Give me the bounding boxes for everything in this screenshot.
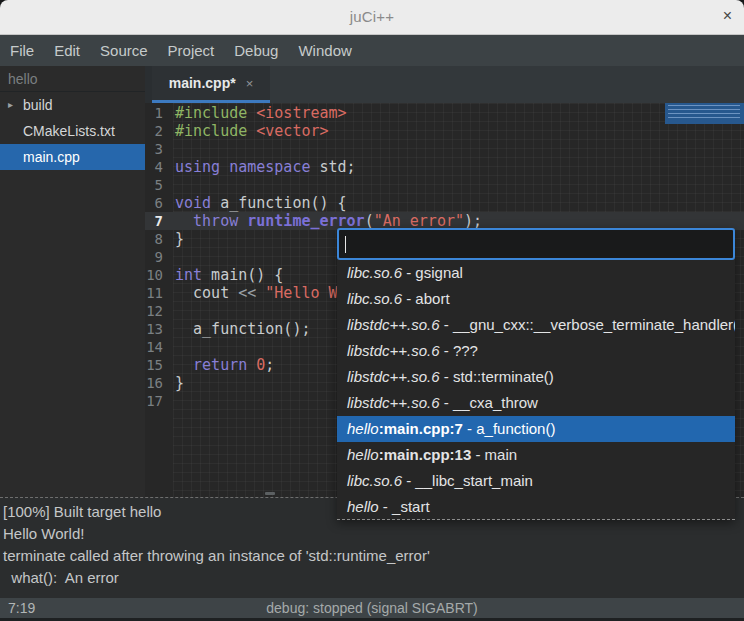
token bbox=[175, 212, 193, 230]
code-line-6[interactable]: 6void a_function() { bbox=[145, 194, 744, 212]
line-number: 10 bbox=[145, 266, 173, 284]
frame-filter-input[interactable] bbox=[337, 228, 735, 260]
expander-icon[interactable]: ▸ bbox=[8, 92, 13, 118]
stack-frame-item[interactable]: hello - _start bbox=[337, 494, 735, 520]
token: return bbox=[193, 356, 247, 374]
code-text: void a_function() { bbox=[173, 194, 347, 212]
project-sidebar: hello ▸buildCMakeLists.txtmain.cpp bbox=[0, 66, 145, 497]
tree-item-main-cpp[interactable]: main.cpp bbox=[0, 144, 145, 170]
token bbox=[256, 284, 265, 302]
token: << bbox=[238, 284, 256, 302]
menu-file[interactable]: File bbox=[0, 35, 44, 66]
token: <vector> bbox=[256, 122, 328, 140]
app-window: juCi++ × FileEditSourceProjectDebugWindo… bbox=[0, 0, 744, 621]
token: std; bbox=[310, 158, 355, 176]
pane-resize-grip[interactable] bbox=[265, 492, 275, 495]
token: "Hello W bbox=[265, 284, 337, 302]
token bbox=[175, 356, 193, 374]
code-text: } bbox=[173, 374, 184, 392]
frame-segment: - abort bbox=[402, 290, 450, 307]
tree-item-cmakelists-txt[interactable]: CMakeLists.txt bbox=[0, 118, 145, 144]
window-title: juCi++ bbox=[0, 8, 744, 25]
frame-segment: - ??? bbox=[440, 342, 478, 359]
code-text: #include <iostream> bbox=[173, 104, 347, 122]
statusbar: 7:19 debug: stopped (signal SIGABRT) bbox=[0, 598, 744, 618]
line-number: 5 bbox=[145, 176, 173, 194]
token: cout bbox=[175, 284, 238, 302]
frame-segment: hello bbox=[347, 446, 379, 463]
token: a_function(); bbox=[175, 320, 310, 338]
stack-frame-item[interactable]: libc.so.6 - abort bbox=[337, 286, 735, 312]
line-number: 12 bbox=[145, 302, 173, 320]
token: main() { bbox=[202, 266, 283, 284]
debug-tooltip-overlay bbox=[665, 103, 744, 124]
frame-segment: libstdc++.so.6 bbox=[347, 316, 440, 333]
window-close-icon[interactable]: × bbox=[723, 7, 732, 25]
tab-close-icon[interactable]: × bbox=[246, 76, 254, 91]
stack-frame-item[interactable]: libstdc++.so.6 - ??? bbox=[337, 338, 735, 364]
code-text: } bbox=[173, 230, 184, 248]
line-number: 2 bbox=[145, 122, 173, 140]
line-number: 16 bbox=[145, 374, 173, 392]
tree-item-label: CMakeLists.txt bbox=[23, 123, 115, 139]
frame-segment: libc.so.6 bbox=[347, 290, 402, 307]
frame-segment: :main.cpp:13 bbox=[379, 446, 472, 463]
code-line-4[interactable]: 4using namespace std; bbox=[145, 158, 744, 176]
line-number: 7 bbox=[145, 212, 173, 230]
menu-window[interactable]: Window bbox=[288, 35, 361, 66]
token: a_function() { bbox=[211, 194, 346, 212]
frame-segment: - __gnu_cxx::__verbose_terminate_handler… bbox=[440, 316, 735, 333]
stack-frame-item[interactable]: libstdc++.so.6 - __gnu_cxx::__verbose_te… bbox=[337, 312, 735, 338]
line-number: 1 bbox=[145, 104, 173, 122]
stack-frame-item[interactable]: libstdc++.so.6 - __cxa_throw bbox=[337, 390, 735, 416]
token: throw bbox=[193, 212, 238, 230]
code-line-5[interactable]: 5 bbox=[145, 176, 744, 194]
code-text: cout << "Hello W bbox=[173, 284, 338, 302]
stack-frame-item[interactable]: hello:main.cpp:13 - main bbox=[337, 442, 735, 468]
token: #include bbox=[175, 122, 256, 140]
frame-segment: libstdc++.so.6 bbox=[347, 342, 440, 359]
code-text: return 0; bbox=[173, 356, 274, 374]
project-name: hello bbox=[0, 66, 145, 92]
stack-frame-popup: libc.so.6 - gsignallibc.so.6 - abortlibs… bbox=[337, 228, 735, 520]
token: int bbox=[175, 266, 202, 284]
frame-segment: libstdc++.so.6 bbox=[347, 394, 440, 411]
token bbox=[238, 212, 247, 230]
code-text bbox=[173, 302, 175, 320]
code-line-1[interactable]: 1#include <iostream> bbox=[145, 104, 744, 122]
code-line-2[interactable]: 2#include <vector> bbox=[145, 122, 744, 140]
token: void bbox=[175, 194, 211, 212]
menu-edit[interactable]: Edit bbox=[44, 35, 90, 66]
file-tree: ▸buildCMakeLists.txtmain.cpp bbox=[0, 92, 145, 170]
code-line-3[interactable]: 3 bbox=[145, 140, 744, 158]
frame-segment: - main bbox=[471, 446, 517, 463]
stack-frame-item[interactable]: libc.so.6 - gsignal bbox=[337, 260, 735, 286]
menu-debug[interactable]: Debug bbox=[224, 35, 288, 66]
titlebar[interactable]: juCi++ × bbox=[0, 0, 744, 35]
token: <iostream> bbox=[256, 104, 346, 122]
stack-frame-item[interactable]: hello:main.cpp:7 - a_function() bbox=[337, 416, 735, 442]
tab-main-cpp[interactable]: main.cpp* × bbox=[152, 66, 270, 103]
line-number: 3 bbox=[145, 140, 173, 158]
frame-segment: - std::terminate() bbox=[440, 368, 554, 385]
tabbar: main.cpp* × bbox=[145, 66, 744, 103]
code-text: #include <vector> bbox=[173, 122, 329, 140]
stack-frame-item[interactable]: libstdc++.so.6 - std::terminate() bbox=[337, 364, 735, 390]
code-text: using namespace std; bbox=[173, 158, 356, 176]
tree-item-label: build bbox=[23, 97, 53, 113]
line-number: 4 bbox=[145, 158, 173, 176]
line-number: 9 bbox=[145, 248, 173, 266]
frame-segment: - _start bbox=[379, 498, 430, 515]
output-line: Hello World! bbox=[3, 523, 744, 545]
menu-source[interactable]: Source bbox=[90, 35, 158, 66]
line-number: 8 bbox=[145, 230, 173, 248]
menubar: FileEditSourceProjectDebugWindow bbox=[0, 35, 744, 66]
line-number: 14 bbox=[145, 338, 173, 356]
token: 0 bbox=[256, 356, 265, 374]
stack-frame-item[interactable]: libc.so.6 - __libc_start_main bbox=[337, 468, 735, 494]
menu-project[interactable]: Project bbox=[158, 35, 225, 66]
frame-segment: - __libc_start_main bbox=[402, 472, 533, 489]
frame-segment: - a_function() bbox=[463, 420, 556, 437]
tree-item-build[interactable]: ▸build bbox=[0, 92, 145, 118]
code-text bbox=[173, 248, 175, 266]
